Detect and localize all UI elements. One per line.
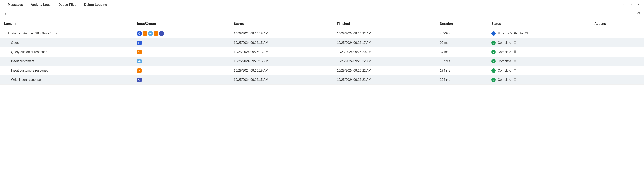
cell-actions <box>592 29 644 38</box>
tabs-bar: Messages Activity Logs Debug Files Debug… <box>0 0 644 10</box>
log-table: Name Input/Output Started Finished Durat… <box>0 19 644 85</box>
col-header-label: Started <box>234 22 245 26</box>
panel-up-button[interactable] <box>621 0 628 9</box>
transform-icon <box>137 50 142 54</box>
io-icons <box>137 68 230 73</box>
status-cell: Complete <box>491 59 590 63</box>
tabs: Messages Activity Logs Debug Files Debug… <box>0 0 111 9</box>
svg-point-8 <box>138 42 140 42</box>
table-row[interactable]: Query10/25/2024 09:26:15 AM10/25/2024 09… <box>0 38 644 48</box>
col-header-status[interactable]: Status <box>490 19 592 29</box>
cell-actions <box>592 75 644 85</box>
refresh-button[interactable] <box>636 12 642 17</box>
col-header-label: Input/Output <box>137 22 156 26</box>
status-badge <box>491 68 496 73</box>
cell-duration: 174 ms <box>438 66 490 75</box>
tab-label: Activity Logs <box>31 3 50 7</box>
col-header-label: Status <box>491 22 501 26</box>
cell-duration: 90 ms <box>438 38 490 48</box>
cell-finished: 10/25/2024 09:26:22 AM <box>335 29 438 38</box>
row-name: Query <box>11 41 20 45</box>
col-header-finished[interactable]: Finished <box>335 19 438 29</box>
row-name: Update customers DB - Salesforce <box>8 32 57 35</box>
cell-finished: 10/25/2024 09:26:22 AM <box>335 57 438 66</box>
col-header-duration[interactable]: Duration <box>438 19 490 29</box>
bug-icon[interactable] <box>513 68 517 73</box>
panel-down-button[interactable] <box>628 0 635 9</box>
cell-finished: 10/25/2024 09:26:20 AM <box>335 48 438 57</box>
io-icons <box>137 59 230 63</box>
cell-started: 10/25/2024 09:26:15 AM <box>232 66 335 75</box>
bug-icon[interactable] <box>513 59 517 63</box>
col-header-actions[interactable]: Actions <box>592 19 644 29</box>
status-cell: Success With Info <box>491 31 590 36</box>
status-text: Success With Info <box>498 32 523 35</box>
status-text: Complete <box>498 78 511 82</box>
cell-duration: 57 ms <box>438 48 490 57</box>
col-header-started[interactable]: Started <box>232 19 335 29</box>
collapse-icon <box>4 13 7 16</box>
tool-row <box>0 10 644 19</box>
panel-close-button[interactable] <box>635 0 642 9</box>
tab-label: Debug Logging <box>84 3 107 7</box>
status-text: Complete <box>498 69 511 72</box>
sort-asc-icon <box>14 22 17 26</box>
table-row[interactable]: Write insert responseS_10/25/2024 09:26:… <box>0 75 644 85</box>
status-cell: Complete <box>491 78 590 82</box>
database-icon <box>137 41 142 45</box>
chevron-down-icon[interactable] <box>4 32 7 35</box>
cell-started: 10/25/2024 09:26:15 AM <box>232 57 335 66</box>
col-header-name[interactable]: Name <box>0 19 135 29</box>
status-badge <box>491 41 496 45</box>
status-cell: Complete <box>491 50 590 54</box>
col-header-label: Finished <box>337 22 350 26</box>
collapse-all-button[interactable] <box>3 12 8 17</box>
table-row[interactable]: Insert customers response10/25/2024 09:2… <box>0 66 644 75</box>
col-header-label: Name <box>4 22 12 26</box>
cell-duration: 224 ms <box>438 75 490 85</box>
tab-debug-files[interactable]: Debug Files <box>54 0 80 9</box>
transform-icon <box>137 68 142 73</box>
cell-duration: 1.599 s <box>438 57 490 66</box>
tab-label: Messages <box>8 3 23 7</box>
tab-messages[interactable]: Messages <box>4 0 27 9</box>
status-text: Complete <box>498 60 511 63</box>
chevron-down-icon <box>630 3 633 7</box>
tab-debug-logging[interactable]: Debug Logging <box>80 0 111 9</box>
cell-started: 10/25/2024 09:26:15 AM <box>232 75 335 85</box>
cell-actions <box>592 48 644 57</box>
refresh-icon <box>637 12 641 17</box>
status-text: Complete <box>498 50 511 54</box>
col-header-label: Actions <box>594 22 606 26</box>
bug-icon[interactable] <box>513 41 517 45</box>
table-header-row: Name Input/Output Started Finished Durat… <box>0 19 644 29</box>
cell-actions <box>592 57 644 66</box>
database-icon <box>137 31 142 36</box>
table-row[interactable]: Insert customers10/25/2024 09:26:15 AM10… <box>0 57 644 66</box>
svg-point-3 <box>138 32 140 33</box>
bug-icon[interactable] <box>525 31 528 36</box>
status-badge <box>491 78 496 82</box>
script-icon: S_ <box>159 31 164 36</box>
io-icons: S_ <box>137 78 230 82</box>
status-cell: Complete <box>491 68 590 73</box>
status-badge <box>491 31 496 36</box>
bug-icon[interactable] <box>513 78 517 82</box>
table-row[interactable]: Update customers DB - SalesforceS_10/25/… <box>0 29 644 38</box>
row-name: Insert customers <box>11 60 34 63</box>
bug-icon[interactable] <box>513 50 517 54</box>
cell-started: 10/25/2024 09:26:15 AM <box>232 29 335 38</box>
tab-activity-logs[interactable]: Activity Logs <box>27 0 54 9</box>
cell-started: 10/25/2024 09:26:15 AM <box>232 38 335 48</box>
cell-finished: 10/25/2024 09:26:17 AM <box>335 38 438 48</box>
cell-duration: 4.906 s <box>438 29 490 38</box>
row-name: Query customer response <box>11 50 47 54</box>
tab-label: Debug Files <box>58 3 76 7</box>
status-badge <box>491 59 496 63</box>
col-header-io[interactable]: Input/Output <box>135 19 232 29</box>
table-row[interactable]: Query customer response10/25/2024 09:26:… <box>0 48 644 57</box>
cell-finished: 10/25/2024 09:26:22 AM <box>335 75 438 85</box>
status-cell: Complete <box>491 41 590 45</box>
cell-actions <box>592 38 644 48</box>
io-icons: S_ <box>137 31 230 36</box>
